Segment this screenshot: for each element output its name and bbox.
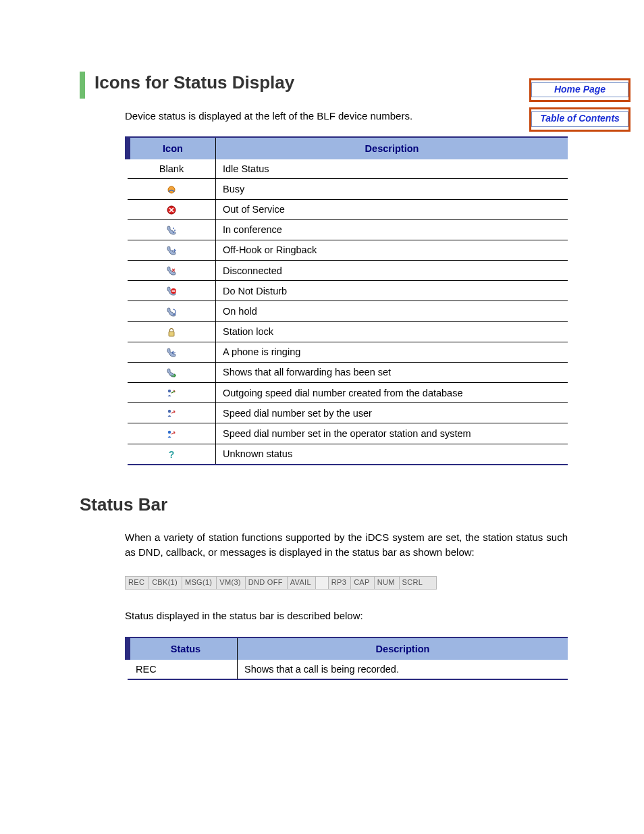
status-strip-segment: AVAIL: [288, 577, 316, 589]
out-of-service-icon: [166, 205, 177, 215]
description-cell: Disconnected: [216, 261, 568, 281]
table-row: RECShows that a call is being recorded.: [128, 660, 568, 679]
section2-intro-text: When a variety of station functions supp…: [125, 530, 568, 560]
status-strip-gap: [316, 577, 329, 589]
icon-cell: [128, 219, 216, 240]
speed-dial-operator-icon: [166, 429, 177, 440]
icons-table-head-desc: Description: [216, 137, 568, 159]
status-table: Status Description RECShows that a call …: [125, 637, 568, 680]
status-strip-segment: CBK(1): [149, 577, 182, 589]
table-row: Speed dial number set by the user: [128, 403, 568, 423]
description-cell: In conference: [216, 219, 568, 240]
description-cell: Speed dial number set by the user: [216, 403, 568, 423]
icon-cell: [128, 423, 216, 444]
svg-point-6: [174, 230, 176, 231]
table-row: Speed dial number set in the operator st…: [128, 423, 568, 444]
table-row: Out of Service: [128, 199, 568, 219]
icon-cell: [128, 261, 216, 281]
icon-cell: [128, 403, 216, 423]
icon-cell: [128, 301, 216, 321]
description-cell: Shows that a call is being recorded.: [238, 660, 568, 679]
unknown-icon: [166, 449, 177, 460]
status-strip-segment: REC: [126, 577, 149, 589]
blank-text: Blank: [159, 163, 184, 174]
table-row: BlankIdle Status: [128, 159, 568, 179]
icon-cell: [128, 179, 216, 199]
description-cell: Busy: [216, 179, 568, 199]
table-row: In conference: [128, 219, 568, 240]
section2-after-strip-text: Status displayed in the status bar is de…: [125, 608, 568, 623]
icon-cell: [128, 240, 216, 260]
status-strip-segment: CAP: [351, 577, 375, 589]
section1-intro-text: Device status is displayed at the left o…: [125, 109, 568, 124]
description-cell: Idle Status: [216, 159, 568, 179]
toc-link-box[interactable]: Table of Contents: [529, 107, 630, 131]
icon-cell: [128, 281, 216, 301]
status-bar-graphic: RECCBK(1)MSG(1)VM(3)DND OFFAVAILRP3CAPNU…: [125, 576, 437, 590]
icons-table: Icon Description BlankIdle StatusBusyOut…: [125, 136, 568, 465]
status-strip-segment: SCRL: [400, 577, 427, 589]
status-strip-segment: DND OFF: [246, 577, 288, 589]
description-cell: Do Not Disturb: [216, 281, 568, 301]
description-cell: On hold: [216, 301, 568, 321]
offhook-icon: [166, 245, 177, 256]
table-row: On hold: [128, 301, 568, 321]
table-row: Station lock: [128, 321, 568, 342]
table-row: Disconnected: [128, 261, 568, 281]
svg-point-7: [173, 232, 174, 233]
section-heading-icons: Icons for Status Display: [80, 73, 644, 93]
table-row: Unknown status: [128, 444, 568, 465]
icon-cell: [128, 321, 216, 342]
description-cell: Shows that all forwarding has been set: [216, 362, 568, 382]
section-heading-wrap: Icons for Status Display: [80, 73, 644, 93]
dnd-icon: [166, 286, 177, 296]
description-cell: Out of Service: [216, 199, 568, 219]
status-strip-segment: MSG(1): [182, 577, 217, 589]
description-cell: Speed dial number set in the operator st…: [216, 423, 568, 444]
heading-accent-bar: [80, 72, 85, 99]
icon-cell: [128, 383, 216, 403]
status-strip-segment: VM(3): [217, 577, 245, 589]
table-row: Off-Hook or Ringback: [128, 240, 568, 260]
svg-rect-9: [172, 291, 176, 292]
icon-cell: [128, 342, 216, 362]
table-row: Shows that all forwarding has been set: [128, 362, 568, 382]
svg-point-5: [173, 228, 174, 229]
hold-icon: [166, 307, 177, 317]
table-row: A phone is ringing: [128, 342, 568, 362]
ringing-icon: [166, 347, 177, 358]
section-heading-status-bar: Status Bar: [80, 495, 644, 515]
document-page: Home Page Table of Contents Icons for St…: [0, 73, 644, 834]
busy-icon: [166, 184, 177, 195]
toc-link[interactable]: Table of Contents: [532, 113, 628, 124]
icon-cell: [128, 199, 216, 219]
icon-cell: [128, 362, 216, 382]
description-cell: Off-Hook or Ringback: [216, 240, 568, 260]
status-table-head-desc: Description: [238, 637, 568, 660]
icons-table-head-icon: Icon: [128, 137, 216, 159]
section2-heading-wrap: Status Bar: [80, 495, 644, 515]
speed-dial-db-icon: [166, 388, 177, 398]
table-row: Outgoing speed dial number created from …: [128, 383, 568, 403]
description-cell: A phone is ringing: [216, 342, 568, 362]
table-row: Busy: [128, 179, 568, 199]
disconnected-icon: [166, 265, 177, 276]
lock-icon: [166, 327, 177, 338]
icon-cell: Blank: [128, 159, 216, 179]
status-table-head-status: Status: [128, 637, 238, 660]
speed-dial-user-icon: [166, 408, 177, 419]
conference-icon: [166, 225, 177, 236]
status-cell: REC: [128, 660, 238, 679]
table-row: Do Not Disturb: [128, 281, 568, 301]
svg-point-10: [168, 430, 171, 433]
status-strip-segment: RP3: [329, 577, 351, 589]
forward-all-icon: [166, 367, 177, 378]
description-cell: Outgoing speed dial number created from …: [216, 383, 568, 403]
status-strip-segment: NUM: [375, 577, 400, 589]
icon-cell: [128, 444, 216, 465]
description-cell: Unknown status: [216, 444, 568, 465]
description-cell: Station lock: [216, 321, 568, 342]
